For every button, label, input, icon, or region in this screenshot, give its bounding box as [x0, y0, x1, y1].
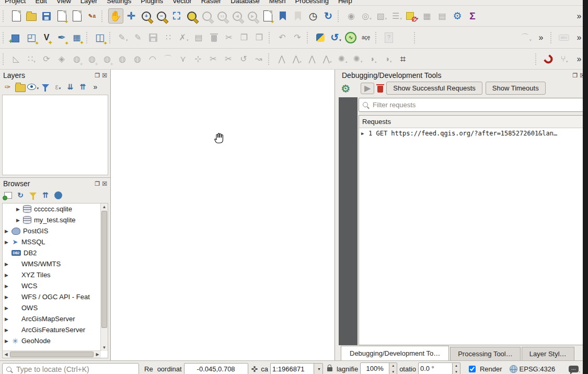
rotate-feature-button[interactable]: ⟳ — [40, 52, 54, 66]
add-part-button[interactable]: ◍ — [85, 52, 99, 66]
menu-processing[interactable]: Processing — [291, 0, 333, 5]
browser-item-ows[interactable]: ▶ OWS — [3, 302, 101, 313]
float-panel-icon[interactable]: ❐ — [572, 73, 578, 78]
new-map-view-button[interactable] — [261, 9, 275, 23]
browser-item-geonode[interactable]: ▶ ✳ GeoNode — [3, 335, 101, 346]
panel-overflow-button[interactable]: » — [90, 81, 101, 93]
magnifier-stepper[interactable]: ▲▼ — [389, 362, 397, 374]
expand-arrow-icon[interactable]: ▶ — [16, 207, 20, 212]
arc-tool-up-button[interactable]: ◑▴ — [366, 52, 380, 66]
collapse-all-button[interactable]: ⇈ — [77, 81, 89, 93]
vertical-scrollbar[interactable]: ▲ ▼ — [100, 203, 108, 351]
zoom-next-button[interactable]: ▸ — [246, 9, 260, 23]
menu-edit[interactable]: Edit — [30, 0, 51, 5]
browser-item-xyz-tiles[interactable]: ▶ XYZ Tiles — [3, 269, 101, 280]
expand-arrow-icon[interactable]: ▶ — [5, 273, 9, 278]
temporal-controller-button[interactable]: ◷ — [306, 9, 320, 23]
scale-dropdown-button[interactable]: ▼ — [314, 363, 323, 374]
statistics-panel-button[interactable]: Σ — [466, 9, 480, 23]
menu-mesh[interactable]: Mesh — [264, 0, 291, 5]
new-project-button[interactable] — [9, 9, 24, 23]
label-toolbar-button[interactable]: abc — [557, 30, 571, 44]
browser-item-wcs[interactable]: ▶ WCS — [3, 280, 101, 291]
add-group-button[interactable] — [15, 81, 26, 93]
identify-features-button[interactable]: ◉ — [344, 9, 359, 23]
browser-item-wfs[interactable]: ▶ WFS / OGC API - Feat — [3, 291, 101, 302]
filter-by-expression-button[interactable]: ε▾ — [52, 81, 64, 93]
expand-arrow-icon[interactable]: ▶ — [5, 240, 9, 245]
expand-arrow-icon[interactable]: ▶ — [5, 284, 9, 289]
scrollbar-thumb[interactable] — [10, 352, 94, 357]
browser-item-db2[interactable]: DB2 DB2 — [3, 247, 101, 258]
expand-arrow-icon[interactable]: ▶ — [5, 262, 9, 267]
zoom-full-extent-button[interactable]: ⛶ — [170, 9, 184, 23]
menu-raster[interactable]: Raster — [197, 0, 226, 5]
reload-plugins-button[interactable]: ↺▾ — [329, 30, 343, 44]
show-successful-requests-button[interactable]: Show Successful Requests — [386, 82, 482, 95]
browser-item-mssql[interactable]: ▶ ➤ MSSQL — [3, 236, 101, 247]
redo-button[interactable]: ↷ — [291, 30, 305, 44]
zoom-native-resolution-button[interactable]: 1:1 — [215, 9, 229, 23]
clear-requests-icon[interactable] — [377, 86, 383, 93]
scroll-right-icon[interactable]: ▶ — [94, 351, 101, 358]
render-checkbox[interactable] — [469, 366, 476, 372]
filter-browser-button[interactable] — [27, 189, 39, 201]
style-manager-button[interactable]: ✎a — [85, 9, 99, 23]
pan-to-selection-button[interactable]: ✛ — [124, 9, 139, 23]
offset-point-symbol-button[interactable]: ↝ — [252, 52, 266, 66]
expand-arrow-icon[interactable]: ▶ — [16, 218, 20, 223]
expand-arrow-icon[interactable]: ▶ — [5, 316, 9, 322]
add-ring-button[interactable]: ◍ — [70, 52, 84, 66]
new-shapefile-layer-button[interactable]: V — [40, 30, 54, 44]
paste-features-button[interactable]: ❒ — [252, 30, 267, 44]
close-panel-icon[interactable]: ☒ — [102, 181, 107, 187]
simplify-feature-button[interactable]: ◈ — [55, 52, 69, 66]
browser-item-wms-wmts[interactable]: ▶ WMS/WMTS — [3, 258, 101, 269]
undo-button[interactable]: ↶ — [275, 30, 290, 44]
dock-splitter[interactable] — [335, 70, 339, 360]
cut-features-button[interactable]: ✂ — [222, 30, 236, 44]
shape-digitizing-button[interactable]: ⌒▾ — [519, 30, 533, 44]
new-geopackage-layer-button[interactable]: ◰ — [25, 30, 39, 44]
menu-help[interactable]: Help — [333, 0, 357, 5]
expand-arrow-icon[interactable]: ▶ — [5, 294, 9, 300]
menu-settings[interactable]: Settings — [102, 0, 136, 5]
zoom-in-button[interactable]: + — [140, 9, 154, 23]
expand-arrow-icon[interactable]: ▶ — [5, 229, 9, 234]
expand-arrow-icon[interactable]: ▶ — [5, 327, 9, 333]
pan-map-button[interactable]: ✋ — [108, 8, 123, 24]
copy-features-button[interactable]: ❐ — [237, 30, 251, 44]
scroll-left-icon[interactable]: ◀ — [3, 351, 9, 358]
symbol-scale-down-button[interactable]: ✺▾ — [351, 52, 365, 66]
symbol-scale-up-button[interactable]: ✺▴ — [336, 52, 350, 66]
float-panel-icon[interactable]: ❐ — [95, 73, 100, 78]
close-panel-icon[interactable]: ☒ — [102, 73, 107, 78]
float-panel-icon[interactable]: ❐ — [95, 181, 100, 187]
rotation-stepper[interactable]: ▲▼ — [453, 362, 460, 374]
horizontal-scrollbar[interactable]: ◀ ▶ — [3, 350, 101, 358]
coordinate-input[interactable] — [184, 363, 248, 374]
browser-item-arcgis-feature-server[interactable]: ▶ ArcGisFeatureServer — [3, 324, 101, 335]
map-canvas[interactable] — [111, 70, 335, 360]
properties-button[interactable] — [52, 189, 64, 201]
snapping-toggle-button[interactable] — [542, 52, 556, 66]
add-selected-layers-button[interactable] — [2, 189, 14, 201]
browser-item-arcgis-map-server[interactable]: ▶ ArcGisMapServer — [3, 313, 101, 324]
new-virtual-layer-button[interactable]: ◫ — [93, 30, 107, 44]
crs-status[interactable]: EPSG:4326 — [510, 365, 556, 373]
vertex-tool-button[interactable]: ✗▾ — [177, 30, 191, 44]
arc-tool-down-button[interactable]: ◑▾ — [381, 52, 395, 66]
tracing-toggle-button[interactable]: ⑂▾ — [557, 52, 571, 66]
scrollbar-thumb[interactable] — [101, 211, 107, 328]
refresh-map-button[interactable]: ↻ — [321, 9, 336, 23]
chamfer-tool-button[interactable]: ⋀ — [305, 52, 319, 66]
show-spatial-bookmarks-button[interactable] — [291, 9, 305, 23]
open-project-button[interactable] — [25, 9, 39, 23]
browser-item-my-test-sqlite[interactable]: ▶ my_test.sqlite — [3, 214, 101, 225]
filter-requests-input[interactable] — [359, 98, 587, 112]
split-features-button[interactable]: ⋎ — [176, 52, 190, 66]
show-timeouts-button[interactable]: Show Timeouts — [486, 82, 546, 95]
field-calculator-button[interactable]: ▤ — [435, 9, 449, 23]
layers-tree[interactable] — [2, 95, 108, 175]
python-console-button[interactable] — [314, 30, 328, 44]
